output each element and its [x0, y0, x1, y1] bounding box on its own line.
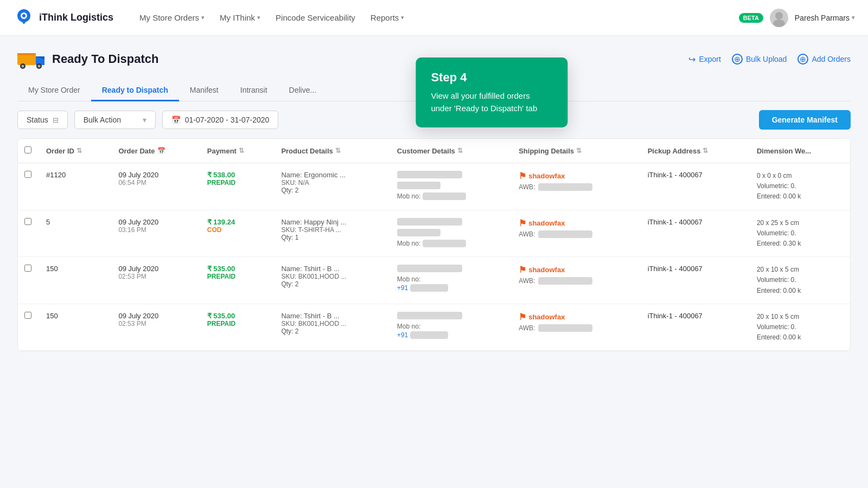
col-pickup-address: Pickup Address ⇅ [641, 139, 750, 163]
dimension-cell: 20 x 10 x 5 cm Volumetric: 0. Entered: 0… [750, 304, 850, 351]
dimension-cell: 0 x 0 x 0 cm Volumetric: 0. Entered: 0.0… [750, 163, 850, 210]
export-button[interactable]: ↪ Export [688, 54, 720, 65]
filter-icon: ⊟ [53, 116, 59, 124]
table-row: 150 09 July 2020 02:53 PM ₹ 535.00 PREPA… [18, 257, 850, 304]
chevron-down-icon: ▾ [201, 14, 205, 21]
truck-icon [17, 49, 46, 69]
date-filter[interactable]: 📅 01-07-2020 - 31-07-2020 [162, 111, 279, 129]
shipping-cell: ⚑ shadowfax AWB: [512, 304, 641, 351]
select-all-checkbox[interactable] [24, 146, 31, 153]
product-cell: Name: Tshirt - B ... SKU: BK001,HOOD ...… [275, 257, 390, 304]
bulk-action-button[interactable]: Bulk Action ▾ [74, 111, 156, 129]
filter-icon[interactable]: 📅 [157, 147, 165, 155]
orders-table: Order ID ⇅ Order Date 📅 Payment ⇅ [18, 139, 850, 351]
filter-icon[interactable]: ⇅ [457, 147, 463, 155]
row-checkbox[interactable] [24, 171, 31, 178]
chevron-down-icon: ▾ [401, 14, 404, 21]
payment-cell: ₹ 535.00 PREPAID [201, 304, 275, 351]
col-dimension: Dimension We... [750, 139, 850, 163]
navbar: iThink Logistics My Store Orders ▾ My IT… [0, 0, 868, 36]
chevron-down-icon: ▾ [257, 14, 260, 21]
payment-cell: ₹ 535.00 PREPAID [201, 257, 275, 304]
payment-cell: ₹ 139.24 COD [201, 210, 275, 257]
step-description: View all your fulfilled orders under 'Re… [431, 90, 552, 114]
row-checkbox[interactable] [24, 312, 31, 319]
beta-badge: BETA [739, 13, 763, 23]
orders-table-wrapper: Order ID ⇅ Order Date 📅 Payment ⇅ [17, 138, 851, 351]
nav-right: BETA Paresh Parmars ▾ [739, 9, 855, 27]
order-date-cell: 09 July 2020 02:53 PM [112, 257, 200, 304]
nav-links: My Store Orders ▾ My IThink ▾ Pincode Se… [139, 11, 722, 24]
row-checkbox[interactable] [24, 265, 31, 272]
customer-cell: Mob no: [391, 210, 512, 257]
step-tooltip: Step 4 View all your fulfilled orders un… [416, 57, 567, 127]
table-row: #1120 09 July 2020 06:54 PM ₹ 538.00 PRE… [18, 163, 850, 210]
order-id-cell: 5 [40, 210, 112, 257]
page-title: Ready To Dispatch [52, 52, 158, 66]
generate-manifest-button[interactable]: Generate Manifest [759, 110, 851, 130]
svg-marker-3 [20, 19, 28, 24]
filter-icon[interactable]: ⇅ [335, 147, 341, 155]
order-id-cell: #1120 [40, 163, 112, 210]
product-cell: Name: Ergonomic ... SKU: N/A Qty: 2 [275, 163, 390, 210]
shadowfax-flag-icon: ⚑ [519, 218, 526, 228]
shadowfax-flag-icon: ⚑ [519, 171, 526, 181]
bulk-action-label: Bulk Action [84, 115, 121, 124]
status-label: Status [27, 115, 48, 124]
product-cell: Name: Tshirt - B ... SKU: BK001,HOOD ...… [275, 304, 390, 351]
upload-icon: ⊕ [732, 54, 743, 65]
avatar [770, 9, 788, 27]
filter-icon[interactable]: ⇅ [76, 147, 82, 155]
chevron-down-icon: ▾ [852, 14, 855, 21]
filter-icon[interactable]: ⇅ [703, 147, 708, 155]
payment-cell: ₹ 538.00 PREPAID [201, 163, 275, 210]
tab-manifest[interactable]: Manifest [179, 80, 229, 101]
filter-icon[interactable]: ⇅ [239, 147, 244, 155]
chevron-down-icon: ▾ [143, 115, 146, 124]
pickup-cell: iThink-1 - 400067 [641, 257, 750, 304]
status-filter-button[interactable]: Status ⊟ [17, 111, 68, 129]
order-id-cell: 150 [40, 304, 112, 351]
row-checkbox[interactable] [24, 218, 31, 225]
nav-my-ithink[interactable]: My IThink ▾ [220, 11, 260, 24]
logo-area[interactable]: iThink Logistics [13, 7, 113, 29]
page-title-area: Ready To Dispatch [17, 49, 158, 69]
shadowfax-flag-icon: ⚑ [519, 312, 526, 322]
nav-store-orders[interactable]: My Store Orders ▾ [139, 11, 205, 24]
table-row: 150 09 July 2020 02:53 PM ₹ 535.00 PREPA… [18, 304, 850, 351]
nav-pincode[interactable]: Pincode Serviceability [276, 11, 355, 24]
user-name[interactable]: Paresh Parmars ▾ [795, 14, 855, 22]
table-row: 5 09 July 2020 03:16 PM ₹ 139.24 COD Nam… [18, 210, 850, 257]
header-actions: ↪ Export ⊕ Bulk Upload ⊕ Add Orders [688, 54, 851, 65]
shadowfax-flag-icon: ⚑ [519, 265, 526, 275]
order-date-cell: 09 July 2020 02:53 PM [112, 304, 200, 351]
step-number: Step 4 [431, 70, 552, 85]
shipping-cell: ⚑ shadowfax AWB: [512, 163, 641, 210]
svg-rect-7 [17, 53, 36, 55]
col-order-date: Order Date 📅 [112, 139, 200, 163]
pickup-cell: iThink-1 - 400067 [641, 304, 750, 351]
add-orders-button[interactable]: ⊕ Add Orders [797, 54, 851, 65]
tab-intransit[interactable]: Intransit [229, 80, 278, 101]
bulk-upload-button[interactable]: ⊕ Bulk Upload [732, 54, 787, 65]
order-date-cell: 09 July 2020 03:16 PM [112, 210, 200, 257]
order-date-cell: 09 July 2020 06:54 PM [112, 163, 200, 210]
shipping-cell: ⚑ shadowfax AWB: [512, 210, 641, 257]
filter-icon[interactable]: ⇅ [576, 147, 582, 155]
pickup-cell: iThink-1 - 400067 [641, 210, 750, 257]
col-shipping-details: Shipping Details ⇅ [512, 139, 641, 163]
add-icon: ⊕ [797, 54, 808, 65]
table-body: #1120 09 July 2020 06:54 PM ₹ 538.00 PRE… [18, 163, 850, 351]
svg-point-4 [775, 12, 783, 20]
nav-reports[interactable]: Reports ▾ [371, 11, 405, 24]
product-cell: Name: Happy Ninj ... SKU: T-SHIRT-HA ...… [275, 210, 390, 257]
col-payment: Payment ⇅ [201, 139, 275, 163]
tab-delivered[interactable]: Delive... [278, 80, 328, 101]
col-order-id: Order ID ⇅ [40, 139, 112, 163]
svg-point-5 [773, 20, 785, 27]
tab-my-store-order[interactable]: My Store Order [17, 80, 91, 101]
dimension-cell: 20 x 25 x 5 cm Volumetric: 0. Entered: 0… [750, 210, 850, 257]
customer-cell: Mob no: +91 [391, 304, 512, 351]
tab-ready-to-dispatch[interactable]: Ready to Dispatch [91, 80, 179, 101]
pickup-cell: iThink-1 - 400067 [641, 163, 750, 210]
